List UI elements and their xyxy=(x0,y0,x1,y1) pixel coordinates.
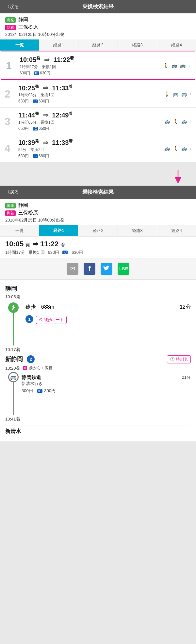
timetable-circle-num: 2 xyxy=(27,355,35,363)
route-item-1[interactable]: 1 10:05発 ⇒ 11:22着 1時間17分 乗換1回 630円 IC630… xyxy=(1,52,195,80)
walk-route-icon: ⏱ xyxy=(39,317,43,322)
timeline-left-1 xyxy=(5,302,22,345)
panel-route-list: 《戻る 乗換検索結果 出発 静岡 到着 三保松原 2018年02月25日 10時… xyxy=(0,0,196,162)
panel2-tab-route1[interactable]: 経路1 xyxy=(39,225,78,236)
ic-badge-3: IC xyxy=(33,127,38,130)
tab-route2[interactable]: 経路2 xyxy=(78,39,118,51)
train-ic-badge: IC xyxy=(37,389,42,393)
tab-route1[interactable]: 経路1 xyxy=(39,39,78,51)
ic-badge-1: IC xyxy=(34,71,39,75)
walk-content: 徒歩 688m 12分 1 ⏱ 徒歩ルート xyxy=(22,302,191,345)
detail-route-section: 静岡 10:05発 徒歩 688m 12分 1 xyxy=(0,280,196,441)
walk-icon-4: 🚶 xyxy=(172,145,179,152)
panel1-header: 《戻る 乗換検索結果 xyxy=(0,0,196,13)
segment1-station: 静岡 xyxy=(5,285,191,293)
panel2-tabs: 一覧 経路1 経路2 経路3 経路4 xyxy=(0,225,196,237)
ic-badge-4: IC xyxy=(33,154,38,158)
segment1-arrive-time: 10:17着 xyxy=(5,347,191,353)
panel2-date: 2018年02月25日 10時00分出発 xyxy=(5,217,191,223)
route-num-1: 1 xyxy=(6,60,16,71)
share-facebook-button[interactable]: f xyxy=(84,263,95,275)
route-details-2: 10:25発 ⇒ 11:33着 1時間08分 乗換1回 630円 IC630円 xyxy=(18,84,161,104)
detail-arrive: 11:22 xyxy=(40,240,58,248)
depart-time-2: 10:25 xyxy=(18,84,35,91)
panel2-origin-badge: 出発 xyxy=(5,203,16,208)
route-details-4: 10:39発 ⇒ 11:33着 54分 乗換2回 680円 IC680円 xyxy=(18,138,161,159)
departure-date: 2018年02月25日 10時00分出発 xyxy=(5,32,191,38)
panel2-tab-route4[interactable]: 経路4 xyxy=(157,225,196,236)
platform-badge: II xyxy=(23,366,27,370)
train-name: 静岡鉄道 xyxy=(22,375,43,381)
tab-route3[interactable]: 経路3 xyxy=(118,39,157,51)
arrive-suffix-1: 着 xyxy=(70,56,74,60)
panel2-dest-badge: 到着 xyxy=(5,210,16,216)
bus-red-icon-1: 🚌 xyxy=(179,62,186,69)
walk-icon-2: 🚶 xyxy=(163,90,171,98)
walk-circle-icon xyxy=(8,302,19,313)
bus-icon-1: 🚌 xyxy=(171,62,178,69)
segment2-arrive-time: 10:41着 xyxy=(5,416,191,422)
route-icons-1: 🚶 🚌 🚌 xyxy=(162,62,186,69)
panel2-header: 《戻る 乗換検索結果 xyxy=(0,186,196,199)
train-circle-icon: 🚌 xyxy=(8,372,19,382)
route-times-3: 11:44発 ⇒ 12:49着 xyxy=(18,111,161,119)
walk-label: 徒歩 688m xyxy=(25,304,54,311)
panel2-tab-route3[interactable]: 経路3 xyxy=(118,225,157,236)
panel-arrow xyxy=(0,170,196,183)
timeline-left-2: 🚌 xyxy=(5,372,22,415)
bus-red-icon-3: 🚌 xyxy=(180,118,188,125)
train-dest: 新清水行き xyxy=(22,381,43,387)
detail-arrow: ⇒ xyxy=(32,240,40,248)
walk-icon-3: 🚶 xyxy=(172,118,179,125)
detail-arrive-suffix: 着 xyxy=(60,242,65,247)
panel1-tabs: 一覧 経路1 経路2 経路3 経路4 xyxy=(0,39,196,51)
detail-depart-suffix: 発 xyxy=(25,242,30,247)
share-mail-button[interactable]: ✉ xyxy=(67,263,78,275)
panel1-title: 乗換検索結果 xyxy=(82,3,114,10)
tab-route4[interactable]: 経路4 xyxy=(157,39,196,51)
origin-badge: 出発 xyxy=(5,17,16,23)
segment2-arrive-station: 新清水 xyxy=(5,425,191,435)
dest-station: 三保松原 xyxy=(18,24,38,30)
arrive-time-4: 11:33 xyxy=(52,139,69,146)
depart-time-1: 10:05 xyxy=(20,56,36,63)
detail-ic-fare: 630円 xyxy=(72,250,83,255)
share-line-button[interactable]: LINE xyxy=(118,263,129,275)
route-item-2[interactable]: 2 10:25発 ⇒ 11:33着 1時間08分 乗換1回 630円 IC630… xyxy=(0,81,196,108)
bus-icon-2: 🚌 xyxy=(172,90,179,98)
panel2-route-info: 出発 静岡 到着 三保松原 2018年02月25日 10時00分出発 xyxy=(0,199,196,225)
route-fare-4: 680円 IC680円 xyxy=(18,153,161,159)
panel2-origin: 静岡 xyxy=(18,202,28,208)
route-item-4[interactable]: 4 10:39発 ⇒ 11:33着 54分 乗換2回 680円 IC680円 🚌… xyxy=(0,135,196,162)
arrive-time-1: 11:22 xyxy=(53,56,70,63)
route-meta-3: 1時間05分 乗換1回 xyxy=(18,120,161,125)
walk-route-button[interactable]: ⏱ 徒歩ルート xyxy=(36,316,67,324)
panel2-back-button[interactable]: 《戻る xyxy=(5,189,19,195)
route-times-2: 10:25発 ⇒ 11:33着 xyxy=(18,84,161,92)
bus-red-icon-4: 🚌 xyxy=(180,145,188,152)
share-twitter-button[interactable] xyxy=(101,263,112,275)
bus-icon-3: 🚌 xyxy=(163,118,171,125)
segment2-station: 新静岡 xyxy=(5,355,23,363)
panel1-back-button[interactable]: 《戻る xyxy=(5,4,19,10)
panel-route-detail: 《戻る 乗換検索結果 出発 静岡 到着 三保松原 2018年02月25日 10時… xyxy=(0,186,196,441)
route-meta-4: 54分 乗換2回 xyxy=(18,147,161,153)
tab-list[interactable]: 一覧 xyxy=(0,39,39,51)
detail-duration: 1時間17分 xyxy=(5,250,25,255)
detail-times-header: 10:05 発 ⇒ 11:22 着 1時間17分 乗換1 回 630円 IC 6… xyxy=(0,237,196,258)
platform-note: 前から１両目 xyxy=(29,365,53,371)
bus-red-icon-2: 🚌 xyxy=(180,90,188,98)
timetable-button[interactable]: 🕐 時刻表 xyxy=(167,355,191,363)
walk-row: 徒歩 688m 12分 xyxy=(25,302,191,312)
route-num-2: 2 xyxy=(5,89,14,99)
walk-icon-1: 🚶 xyxy=(162,62,169,69)
route-fare-2: 630円 IC630円 xyxy=(18,99,161,104)
route-num-4: 4 xyxy=(5,143,14,154)
panel2-tab-list[interactable]: 一覧 xyxy=(0,225,39,236)
detail-depart: 10:05 xyxy=(5,240,24,248)
panel2-tab-route2[interactable]: 経路2 xyxy=(78,225,118,236)
route-icons-4: 🚌 🚶 🚌 xyxy=(163,145,188,152)
panel1-route-info: 出発 静岡 到着 三保松原 2018年02月25日 10時00分出発 xyxy=(0,13,196,39)
route-item-3[interactable]: 3 11:44発 ⇒ 12:49着 1時間05分 乗換1回 650円 IC650… xyxy=(0,108,196,135)
timetable-icon: 🕐 xyxy=(170,357,175,361)
